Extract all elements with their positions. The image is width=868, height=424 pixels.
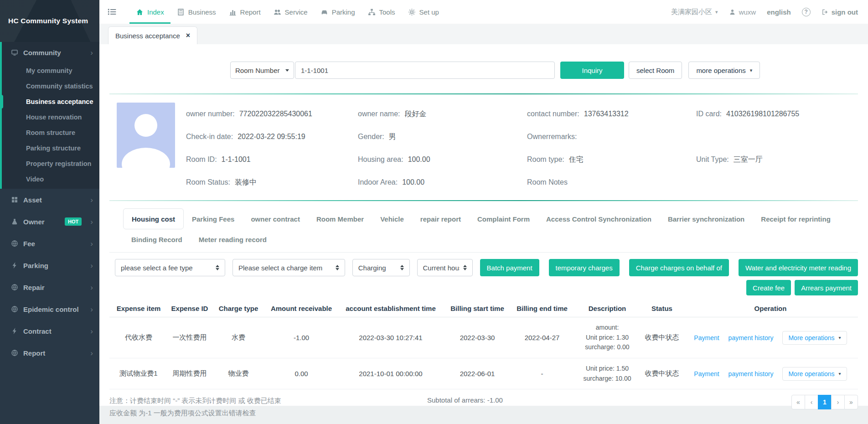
chevron-right-icon: › <box>90 327 93 335</box>
table-footer: 注意：计费结束时间 “-” 表示未到计费时间 或 收费已结束 应收金额 为-1 … <box>109 395 858 424</box>
tab-vehicle[interactable]: Vehicle <box>372 208 412 229</box>
payment-history-link[interactable]: payment history <box>728 334 774 341</box>
tab-receipt-reprinting[interactable]: Receipt for reprinting <box>753 208 839 229</box>
arrears-payment-button[interactable]: Arrears payment <box>795 280 858 295</box>
sidebar-item-contract[interactable]: Contract › <box>0 320 99 342</box>
nav-label: Service <box>285 8 308 16</box>
sidebar-item-community-statistics[interactable]: Community statistics <box>0 78 99 94</box>
pagination: « ‹ 1 › » <box>791 395 858 409</box>
cell-status: 收费中状态 <box>641 317 683 358</box>
tab-service[interactable]: Service <box>267 0 314 24</box>
inquiry-button[interactable]: Inquiry <box>560 62 624 79</box>
payment-link[interactable]: Payment <box>694 334 719 341</box>
tab-complaint-form[interactable]: Complaint Form <box>469 208 538 229</box>
hot-badge: HOT <box>65 217 82 226</box>
more-operations-dropdown[interactable]: more operations ▾ <box>688 62 760 79</box>
owner-info-grid: owner number:772022032285430061 owner na… <box>186 103 858 194</box>
language-switch[interactable]: english <box>767 8 791 16</box>
sidebar-item-fee[interactable]: Fee › <box>0 233 99 254</box>
bolt-icon <box>11 327 18 335</box>
chevron-right-icon: › <box>90 349 93 357</box>
close-icon[interactable]: × <box>186 31 190 40</box>
tab-business-acceptance[interactable]: Business acceptance × <box>108 26 197 44</box>
room-type-field: Room type:住宅 <box>527 148 696 171</box>
temporary-charges-button[interactable]: temporary charges <box>549 259 620 276</box>
nav-label: Tools <box>379 8 395 16</box>
sidebar-item-label: Asset <box>23 196 85 204</box>
tab-set-up[interactable]: Set up <box>402 0 445 24</box>
tab-owner-contract[interactable]: owner contract <box>243 208 308 229</box>
table-row: 代收水费 一次性费用 水费 -1.00 2022-03-30 10:27:41 … <box>109 317 858 358</box>
search-type-value: Room Number <box>235 67 281 74</box>
sign-out-button[interactable]: sign out <box>822 8 858 16</box>
tab-tools[interactable]: Tools <box>362 0 402 24</box>
batch-payment-button[interactable]: Batch payment <box>480 259 539 276</box>
tab-access-control-sync[interactable]: Access Control Synchronization <box>538 208 660 229</box>
community-selector[interactable]: 美满家园小区 ▾ <box>671 8 718 16</box>
search-input[interactable] <box>295 62 555 79</box>
menu-toggle-icon[interactable] <box>108 8 117 16</box>
tab-index[interactable]: Index <box>129 0 170 24</box>
current-house-select[interactable]: Current house <box>417 259 473 276</box>
charge-on-behalf-button[interactable]: Charge charges on behalf of <box>629 259 729 276</box>
payment-link[interactable]: Payment <box>694 370 719 377</box>
pagination-first[interactable]: « <box>791 395 805 409</box>
sidebar-item-business-acceptance[interactable]: Business acceptance <box>0 94 99 109</box>
cell-start: 2022-06-01 <box>444 358 511 389</box>
pagination-last[interactable]: » <box>844 395 858 409</box>
sidebar-item-my-community[interactable]: My community <box>0 63 99 78</box>
tab-report[interactable]: Report <box>222 0 267 24</box>
search-row: Room Number Inquiry select Room more ope… <box>230 44 858 79</box>
sidebar-item-house-renovation[interactable]: House renovation <box>0 109 99 125</box>
row-more-operations-dropdown[interactable]: More operations ▾ <box>782 367 847 381</box>
select-room-button[interactable]: select Room <box>629 62 682 79</box>
help-icon[interactable]: ? <box>802 8 811 16</box>
tab-barrier-sync[interactable]: Barrier synchronization <box>660 208 753 229</box>
caret-down-icon: ▾ <box>839 336 841 340</box>
nav-label: Parking <box>332 8 355 16</box>
charging-select[interactable]: Charging <box>352 259 410 276</box>
open-tabs-strip: Business acceptance × <box>99 24 868 44</box>
sidebar-item-parking[interactable]: Parking › <box>0 254 99 276</box>
sidebar-item-asset[interactable]: Asset › <box>0 189 99 211</box>
tab-room-member[interactable]: Room Member <box>308 208 372 229</box>
cell-expense-item: 代收水费 <box>109 317 168 358</box>
search-type-select[interactable]: Room Number <box>230 62 294 79</box>
tab-housing-cost[interactable]: Housing cost <box>123 208 184 229</box>
user-menu[interactable]: wuxw <box>729 8 756 16</box>
sidebar-item-report[interactable]: Report › <box>0 342 99 364</box>
col-amount-receivable: Amount receivable <box>265 300 337 317</box>
pagination-page-1[interactable]: 1 <box>818 395 832 409</box>
calculator-icon <box>177 8 185 16</box>
sidebar-item-owner[interactable]: Owner HOT › <box>0 211 99 233</box>
sidebar-item-parking-structure[interactable]: Parking structure <box>0 140 99 156</box>
globe-icon <box>11 284 18 291</box>
topbar-right: 美满家园小区 ▾ wuxw english ? sign out <box>671 0 868 24</box>
sidebar-item-room-structure[interactable]: Room structure <box>0 125 99 140</box>
sidebar-group-community: Community › My community Community stati… <box>0 42 99 189</box>
tab-binding-record[interactable]: Binding Record <box>123 230 191 248</box>
sidebar-item-community[interactable]: Community › <box>0 42 99 63</box>
avatar <box>117 103 175 168</box>
sidebar-item-epidemic-control[interactable]: Epidemic control › <box>0 298 99 320</box>
pagination-prev[interactable]: ‹ <box>805 395 818 409</box>
tab-business[interactable]: Business <box>170 0 222 24</box>
tab-meter-reading-record[interactable]: Meter reading record <box>191 230 275 248</box>
contact-number-field: contact number:13763413312 <box>527 103 696 125</box>
charge-item-select[interactable]: Please select a charge item <box>232 259 345 276</box>
fee-type-select[interactable]: please select a fee type <box>115 259 225 276</box>
water-electricity-reading-button[interactable]: Water and electricity meter reading <box>739 259 858 276</box>
create-fee-button[interactable]: Create fee <box>746 280 791 295</box>
sidebar-item-video[interactable]: Video <box>0 171 99 187</box>
payment-history-link[interactable]: payment history <box>728 370 774 377</box>
sidebar-item-property-registration[interactable]: Property registration <box>0 156 99 171</box>
pagination-next[interactable]: › <box>831 395 845 409</box>
row-more-operations-dropdown[interactable]: More operations ▾ <box>782 331 847 345</box>
tab-parking-fees[interactable]: Parking Fees <box>184 208 243 229</box>
tab-repair-report[interactable]: repair report <box>412 208 469 229</box>
globe-icon <box>11 305 18 313</box>
sidebar-item-repair[interactable]: Repair › <box>0 276 99 298</box>
cell-end: 2022-04-27 <box>511 317 574 358</box>
cell-expense-id: 周期性费用 <box>168 358 212 389</box>
tab-parking[interactable]: Parking <box>314 0 362 24</box>
